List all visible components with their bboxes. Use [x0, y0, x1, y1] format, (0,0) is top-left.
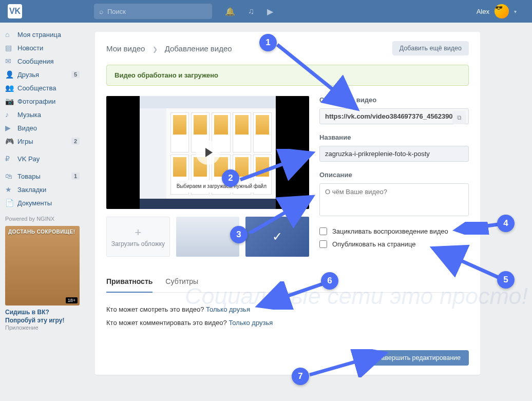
tab-subtitles[interactable]: Субтитры — [165, 271, 198, 292]
nav-icon: ▤ — [5, 44, 17, 52]
plus-icon: + — [135, 226, 141, 239]
annotation-3: 3 — [230, 226, 248, 243]
music-icon[interactable]: ♫ — [248, 7, 254, 16]
header: VK ⌕ 🔔 ♫ ▶ Alex 😎 ▾ — [0, 0, 532, 23]
sidebar-item[interactable]: ★Закладки — [0, 183, 85, 196]
badge: 1 — [71, 173, 80, 180]
publish-checkbox[interactable] — [319, 240, 327, 248]
sidebar-item[interactable]: 📷Фотографии — [0, 94, 85, 108]
nav-icon: ★ — [5, 185, 17, 194]
sidebar-item[interactable]: ✉Сообщения — [0, 54, 85, 68]
avatar: 😎 — [495, 4, 509, 18]
bell-icon[interactable]: 🔔 — [225, 7, 235, 16]
chevron-down-icon: ▾ — [514, 9, 517, 14]
sidebar: ⌂Моя страница▤Новости✉Сообщения👤Друзья5👥… — [0, 23, 85, 384]
nav-icon: ✉ — [5, 57, 17, 65]
nav-icon: 🛍 — [5, 172, 17, 180]
sidebar-item[interactable]: ⌂Моя страница — [0, 28, 85, 41]
sidebar-item[interactable]: 🛍Товары1 — [0, 169, 85, 183]
sidebar-item[interactable]: 🎮Игры2 — [0, 135, 85, 148]
privacy-view-link[interactable]: Только друзья — [206, 305, 250, 313]
nav-icon: 👤 — [5, 70, 17, 79]
nav-icon: ♪ — [5, 110, 17, 119]
nav-icon: ₽ — [5, 155, 17, 163]
vk-logo[interactable]: VK — [8, 4, 22, 18]
sidebar-item[interactable]: 📄Документы — [0, 196, 85, 209]
play-button-icon[interactable] — [196, 140, 220, 165]
annotation-1: 1 — [259, 34, 277, 51]
annotation-5: 5 — [497, 271, 515, 289]
add-more-video-button[interactable]: Добавить ещё видео — [392, 41, 469, 55]
annotation-2: 2 — [222, 169, 239, 187]
nav-icon: 👥 — [5, 84, 17, 92]
video-description-input[interactable] — [319, 183, 469, 216]
nav-icon: 📄 — [5, 199, 17, 207]
promo-age-badge: 18+ — [66, 297, 78, 303]
sidebar-item[interactable]: ▤Новости — [0, 41, 85, 54]
crumb-my-videos[interactable]: Мои видео — [106, 44, 145, 53]
play-icon[interactable]: ▶ — [267, 7, 273, 16]
user-name: Alex — [477, 8, 489, 15]
sidebar-item[interactable]: ₽VK Pay — [0, 152, 85, 165]
sidebar-item[interactable]: 👥Сообщества — [0, 81, 85, 94]
promo-title: Сидишь в ВК? Попробуй эту игру! — [5, 309, 80, 324]
promo-banner: ДОСТАНЬ СОКРОВИЩЕ! — [8, 229, 77, 235]
annotation-6: 6 — [321, 272, 338, 290]
powered-by: Powered by NGINX — [0, 209, 85, 226]
breadcrumb: Мои видео ❯ Добавление видео — [106, 44, 232, 53]
sidebar-item[interactable]: ▶Видео — [0, 121, 85, 135]
sidebar-item[interactable]: ♪Музыка — [0, 108, 85, 121]
loop-checkbox[interactable] — [319, 227, 327, 235]
badge: 2 — [71, 138, 80, 145]
nav-icon: ⌂ — [5, 30, 17, 39]
search-input[interactable] — [107, 8, 207, 15]
sidebar-item[interactable]: 👤Друзья5 — [0, 68, 85, 81]
nav-icon: 🎮 — [5, 137, 17, 145]
annotation-7: 7 — [292, 368, 309, 385]
loop-checkbox-row[interactable]: Зацикливать воспроизведение видео — [319, 227, 469, 235]
badge: 5 — [71, 71, 80, 78]
description-label: Описание — [319, 171, 469, 179]
title-label: Название — [319, 133, 469, 141]
chevron-right-icon: ❯ — [153, 46, 158, 53]
nav-icon: ▶ — [5, 124, 17, 132]
copy-icon[interactable]: ⧉ — [452, 111, 466, 124]
upload-cover-button[interactable]: + Загрузить обложку — [106, 217, 170, 257]
nav-icon: 📷 — [5, 97, 17, 105]
tab-privacy[interactable]: Приватность — [106, 271, 153, 293]
search-icon: ⌕ — [99, 7, 103, 15]
crumb-add-video: Добавление видео — [165, 44, 232, 53]
promo-widget[interactable]: ДОСТАНЬ СОКРОВИЩЕ! 18+ Сидишь в ВК? Попр… — [5, 226, 80, 331]
annotation-4: 4 — [497, 215, 515, 232]
user-menu[interactable]: Alex 😎 ▾ — [477, 4, 517, 18]
privacy-comment-link[interactable]: Только друзья — [229, 319, 273, 327]
video-title-input[interactable] — [319, 146, 469, 162]
search-box[interactable]: ⌕ — [94, 4, 212, 19]
promo-subtitle: Приложение — [5, 324, 80, 331]
